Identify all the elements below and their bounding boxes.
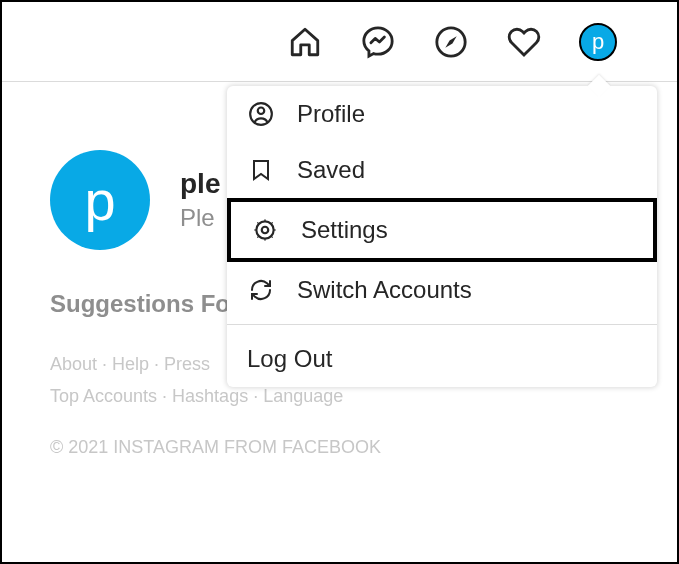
dropdown-item-logout[interactable]: Log Out bbox=[227, 331, 657, 387]
dropdown-item-label: Switch Accounts bbox=[297, 276, 472, 304]
messenger-icon[interactable] bbox=[360, 24, 396, 60]
profile-avatar-button[interactable]: p bbox=[579, 23, 617, 61]
home-icon[interactable] bbox=[287, 24, 323, 60]
display-name: Ple bbox=[180, 204, 220, 232]
dropdown-item-switch-accounts[interactable]: Switch Accounts bbox=[227, 262, 657, 318]
profile-dropdown: Profile Saved Settings Switch Accounts L… bbox=[227, 86, 657, 387]
svg-point-5 bbox=[262, 227, 269, 234]
footer-link-about[interactable]: About bbox=[50, 354, 97, 374]
username[interactable]: ple bbox=[180, 168, 220, 200]
compass-icon[interactable] bbox=[433, 24, 469, 60]
refresh-icon bbox=[247, 276, 275, 304]
profile-info: ple Ple bbox=[180, 168, 220, 232]
dropdown-item-label: Settings bbox=[301, 216, 388, 244]
svg-marker-1 bbox=[445, 36, 456, 47]
bookmark-icon bbox=[247, 156, 275, 184]
footer-link-top-accounts[interactable]: Top Accounts bbox=[50, 386, 157, 406]
footer-link-hashtags[interactable]: Hashtags bbox=[172, 386, 248, 406]
header: p bbox=[2, 2, 677, 82]
dropdown-item-settings[interactable]: Settings bbox=[227, 198, 657, 262]
dropdown-item-label: Saved bbox=[297, 156, 365, 184]
footer-link-language[interactable]: Language bbox=[263, 386, 343, 406]
heart-icon[interactable] bbox=[506, 24, 542, 60]
dropdown-item-profile[interactable]: Profile bbox=[227, 86, 657, 142]
footer-link-help[interactable]: Help bbox=[112, 354, 149, 374]
person-icon bbox=[247, 100, 275, 128]
avatar-initial: p bbox=[84, 168, 115, 233]
dropdown-item-saved[interactable]: Saved bbox=[227, 142, 657, 198]
profile-avatar[interactable]: p bbox=[50, 150, 150, 250]
separator bbox=[227, 324, 657, 325]
svg-point-4 bbox=[256, 221, 273, 238]
footer-link-press[interactable]: Press bbox=[164, 354, 210, 374]
avatar-initial: p bbox=[592, 29, 604, 55]
gear-icon bbox=[251, 216, 279, 244]
dropdown-item-label: Log Out bbox=[247, 345, 332, 373]
dropdown-item-label: Profile bbox=[297, 100, 365, 128]
copyright: © 2021 INSTAGRAM FROM FACEBOOK bbox=[50, 437, 629, 458]
svg-point-3 bbox=[258, 108, 265, 115]
